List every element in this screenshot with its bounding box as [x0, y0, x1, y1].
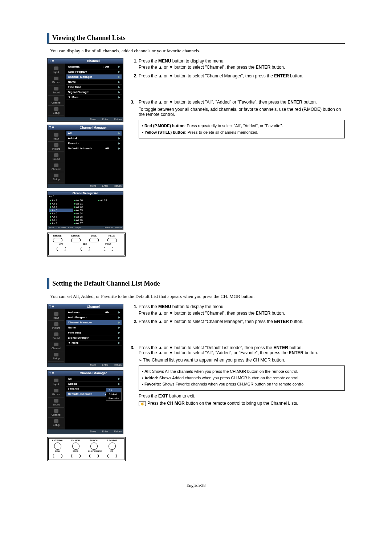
channel-item: Air 14 [73, 212, 98, 215]
osd-footer-item: Move [86, 185, 96, 187]
osd-sidebar-item: Input [48, 65, 64, 75]
note-box-2: All: Shows All the channels when you pre… [139, 366, 345, 390]
remote-button [109, 443, 116, 450]
channel-item: Air 6 [49, 212, 73, 215]
osd-submenu: AllAddedFavorite [106, 388, 122, 401]
osd-row: Auto Program▶ [66, 69, 122, 74]
channel-item: Air 15 [73, 215, 98, 218]
osd-row: Antenna: Air▶ [66, 64, 122, 69]
osd-sidebar-item: Setup [48, 351, 64, 362]
osd-title: Channel Manager [65, 126, 122, 129]
section-heading-2: Setting the Default Channel List Mode [47, 278, 345, 289]
channel-item: Air 10 [73, 199, 98, 202]
channel-item: Air 2 [49, 199, 73, 202]
osd-footer-item: Move [86, 364, 96, 366]
remote-button [90, 443, 98, 450]
chlist-footer-item: Page [75, 226, 81, 229]
osd-sidebar-item: Channel [48, 162, 64, 172]
osd-row: Fine Tune▶ [66, 85, 122, 90]
chlist-footer-item: Enter [68, 226, 73, 229]
osd-title: Channel [65, 305, 122, 308]
remote-label: PLAY/PAUSE [88, 450, 99, 452]
chlist-footer-item: Return [115, 226, 122, 229]
chlist-footer-item: Delete All [104, 226, 113, 229]
channel-item: Air 18 [97, 199, 122, 202]
osd-title: Channel Manager [65, 371, 122, 375]
arrow-tip: The Channel list you want to appear when… [139, 358, 345, 363]
chlist-footer: MoveList ModeEnterPageDelete AllReturn [48, 226, 123, 229]
osd-row: ▼ More▶ [66, 340, 122, 346]
osd-footer-item: Return [110, 185, 122, 187]
remote-button [71, 454, 81, 458]
step-3-text: Press the ▲ or ▼ button to select "All",… [139, 100, 345, 105]
osd-footer-item: Enter [98, 364, 108, 366]
osd-sidebar-item: Input [48, 311, 64, 321]
chlist-current: Air 5 [48, 195, 123, 198]
note-bullet: Added: Shows Added channels when you pre… [142, 375, 342, 381]
osd-row: Fine Tune▶ [66, 330, 122, 335]
osd-row: Channel Manager▶ [66, 320, 122, 325]
remote-label: P.SIZE [106, 235, 117, 237]
step-3-block-2: 3. Press the ▲ or ▼ button to select "De… [131, 345, 345, 406]
osd-sidebar-item: Picture [48, 387, 64, 397]
osd-sidebar-item: Picture [48, 321, 64, 331]
osd-footer-item: Enter [98, 185, 108, 187]
osd-sidebar-item: Setup [48, 106, 64, 116]
remote-label: SRS [79, 243, 90, 245]
osd-channel-list-all: Channel Manager /All Air 5 Air 2Air 3Air… [47, 191, 123, 230]
osd-sidebar-item: Picture [48, 142, 64, 152]
osd-footer-item: Move [86, 430, 96, 433]
note-bullet: All: Shows All the channels when you pre… [142, 369, 342, 374]
channel-item: Air 16 [73, 218, 98, 222]
remote-label: P.MODE [52, 235, 63, 237]
remote-label: CH MGR [70, 439, 81, 441]
osd-footer-item: Return [110, 118, 122, 121]
page-number: English-38 [47, 483, 345, 488]
steps-list-2a: Press the MENU button to display the men… [131, 304, 345, 325]
channel-item: Air 8 [49, 218, 73, 222]
intro-text-2: You can set All, Added, or Favorite to b… [50, 294, 345, 299]
step-item: Press the ▲ or ▼ button to select "Chann… [139, 319, 345, 325]
remote-label: S.MODE [70, 235, 81, 237]
osd-row: Signal Strength▶ [66, 90, 122, 95]
osd-row: All▶ [66, 376, 122, 381]
osd-sidebar-item: Sound [48, 331, 64, 341]
chlist-footer-item: List Mode [57, 226, 66, 229]
osd-row: Added▶ [66, 136, 122, 141]
osd-row: Name▶ [66, 325, 122, 330]
note-box-1: Red (P.MODE) button: Press repeatedly to… [139, 120, 345, 138]
osd-sidebar-item: Input [48, 132, 64, 142]
chmgr-tip: ☝Press the CH MGR button on the remote c… [139, 401, 345, 406]
step-item: Press the ▲ or ▼ button to select "Chann… [139, 73, 345, 79]
remote-button [81, 247, 90, 251]
remote-label: REW [52, 450, 63, 452]
osd-sidebar-item: Setup [48, 418, 64, 428]
remote-label: E.SAVING [106, 439, 117, 441]
hand-icon: ☝ [139, 401, 146, 406]
section-heading-1: Viewing the Channel Lists [47, 33, 345, 44]
channel-item: Air 12 [73, 205, 98, 209]
osd-sidebar: InputPictureSoundChannelSetup [48, 130, 65, 184]
osd-footer-item: Return [110, 364, 122, 366]
osd-sidebar-item: Sound [48, 397, 64, 408]
osd-footer-item: Enter [98, 430, 108, 433]
remote-label: ANTENNA [52, 439, 63, 441]
osd-submenu-item: All [106, 388, 121, 392]
osd-footer-item: Enter [98, 118, 108, 121]
note-bullet: Red (P.MODE) button: Press repeatedly to… [142, 123, 342, 129]
osd-tv-label: T V [49, 371, 65, 375]
osd-sidebar-item: Picture [48, 75, 64, 85]
remote-label: MTS [56, 243, 66, 245]
steps-list-1a: Press the MENU button to display the men… [131, 58, 345, 79]
remote-label: STOP [70, 450, 81, 452]
osd-channel-menu-2: T V Channel InputPictureSoundChannelSetu… [47, 304, 123, 367]
step-3-block: 3. Press the ▲ or ▼ button to select "Al… [131, 100, 345, 138]
osd-main: All▶Added▶Favorite▶Default List mode: Al… [65, 130, 123, 184]
osd-sidebar-item: Channel [48, 341, 64, 351]
osd-row: Signal Strength▶ [66, 335, 122, 340]
channel-item: Air 3 [49, 202, 73, 205]
osd-tv-label: T V [49, 59, 65, 63]
osd-row: Auto Program▶ [66, 315, 122, 320]
osd-sidebar: InputPictureSoundChannelSetup [48, 64, 65, 117]
remote-button [89, 238, 99, 242]
